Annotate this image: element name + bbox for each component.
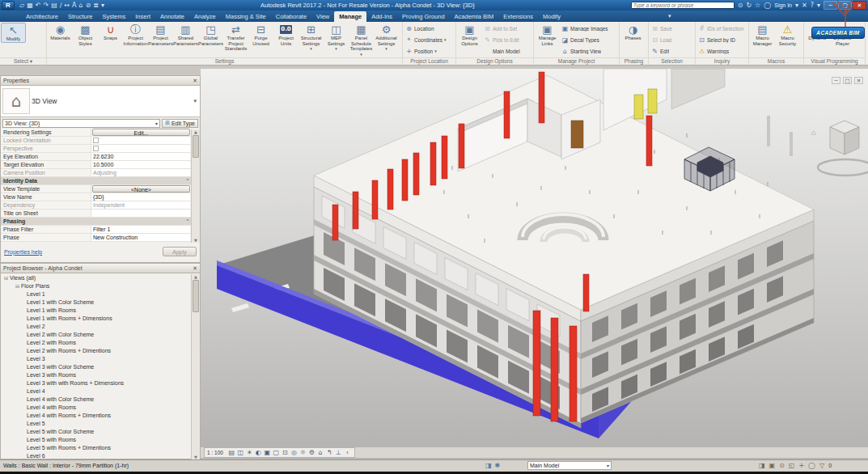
signin-dropdown-icon[interactable]: ▾ <box>795 2 798 9</box>
ribbon-tab[interactable]: Insert <box>130 11 155 22</box>
favorites-icon[interactable]: ☆ <box>755 2 760 9</box>
qat-icon[interactable]: ▱ <box>19 1 24 10</box>
ribbon-button[interactable]: ∪ Snaps ▾ <box>98 23 123 57</box>
browser-tree-item[interactable]: Level 2 with Color Scheme <box>1 331 200 339</box>
drawing-area[interactable]: ─▢✕ <box>201 69 868 459</box>
shadows-icon[interactable]: ◐ <box>254 449 263 456</box>
ribbon-button[interactable]: ⚠ Macro Security ▾ <box>775 23 800 46</box>
property-row[interactable]: View Name {3D} <box>1 193 200 201</box>
ribbon-button[interactable]: ⓘ Project Information ▾ <box>123 23 148 57</box>
ribbon-small-button[interactable]: ▣ Manage Images ▾ <box>560 23 610 34</box>
ribbon-tab[interactable]: Massing & Site <box>221 11 271 22</box>
property-row[interactable]: Phase Filter Filter 1 <box>1 226 200 234</box>
property-value[interactable]: New Construction <box>91 234 190 241</box>
ribbon-tab[interactable]: Structure <box>63 11 97 22</box>
ribbon-small-button[interactable]: ✎ Pick to Edit ▾ <box>482 34 522 45</box>
browser-tree-item[interactable]: Level 2 with Rooms + Dimentions <box>1 347 200 355</box>
ribbon-panel-label[interactable]: Macros <box>749 57 803 65</box>
ribbon-button[interactable]: ▤ Project Parameters ▾ <box>148 23 173 57</box>
property-row[interactable]: Eye Elevation 22.6230 <box>1 153 200 161</box>
ribbon-button[interactable]: ⊟ Purge Unused ▾ <box>248 23 273 57</box>
property-row[interactable]: Perspective <box>1 145 200 153</box>
ribbon-small-button[interactable]: ⌂ Starting View ▾ <box>560 45 610 57</box>
select-underlay-icon[interactable]: ◱ <box>789 462 795 469</box>
properties-header[interactable]: Properties ✕ <box>1 76 200 86</box>
qat-icon[interactable]: ⌂ <box>79 1 83 10</box>
ribbon-tab[interactable]: Collaborate <box>271 11 311 22</box>
browser-tree-item[interactable]: Level 5 <box>1 420 200 428</box>
qat-icon[interactable]: ↷ <box>43 1 49 10</box>
qat-icon[interactable]: ↶ <box>36 1 41 10</box>
ribbon-panel-label[interactable]: Settings <box>47 57 402 65</box>
hide-isolate-icon[interactable]: ◎ <box>290 449 299 456</box>
qat-icon[interactable]: ▦ <box>27 1 33 10</box>
scroll-thumb[interactable] <box>193 280 199 312</box>
property-row[interactable]: Title on Sheet <box>1 209 200 218</box>
ribbon-small-button[interactable]: + Position ▾ <box>404 45 448 57</box>
reset-icon[interactable]: ◯ <box>808 462 815 469</box>
ribbon-button[interactable]: ▥ Shared Parameters ▾ <box>173 23 198 57</box>
browser-tree-item[interactable]: Level 4 with Rooms <box>1 404 200 412</box>
scroll-up-icon[interactable]: ▲ <box>192 129 200 134</box>
property-value[interactable] <box>91 137 190 144</box>
browser-tree-item[interactable]: Level 1 with Rooms <box>1 307 200 315</box>
property-value[interactable]: 10.5000 <box>91 161 190 168</box>
reveal-constraints-icon[interactable]: ⊥ <box>334 449 343 456</box>
property-value[interactable] <box>91 209 190 217</box>
ribbon-small-button[interactable]: ⌖ Coordinates ▾ <box>404 34 448 45</box>
properties-help-link[interactable]: Properties help <box>4 249 42 255</box>
browser-tree-item[interactable]: Level 1 with Rooms + Dimensions <box>1 315 200 323</box>
ribbon-button[interactable]: ⚙ Additional Settings ▾ <box>374 23 399 57</box>
instance-selector[interactable]: 3D View: {3D} ▾ <box>2 119 160 128</box>
browser-tree-item[interactable]: Level 2 with Rooms <box>1 339 200 347</box>
ribbon-panel-label[interactable]: Visual Programming <box>804 57 865 65</box>
sign-in-button[interactable]: Sign In <box>774 2 792 8</box>
ribbon-tab[interactable]: Proving Ground <box>397 11 450 22</box>
user-icon[interactable]: ◯ <box>764 2 771 9</box>
view-close-icon[interactable]: ✕ <box>854 77 863 84</box>
detail-level-icon[interactable]: ▤ <box>227 449 236 456</box>
sun-path-icon[interactable]: ☀ <box>245 449 254 456</box>
ribbon-button[interactable]: ▣ Design Options ▾ <box>457 23 482 46</box>
ribbon-panel-label[interactable]: Select ▾ <box>0 57 46 65</box>
ribbon-small-button[interactable]: Main Model ▾ <box>482 45 522 57</box>
ribbon-tab[interactable]: Systems <box>97 11 130 22</box>
browser-tree-item[interactable]: Level 4 with Color Scheme <box>1 396 200 404</box>
ribbon-button[interactable]: ⇄ Transfer Project Standards ▾ <box>223 23 248 57</box>
collapse-icon[interactable]: ‹ <box>343 449 352 456</box>
ribbon-button[interactable]: ▣ Manage Links ▾ <box>535 23 560 46</box>
qat-icon[interactable]: ⊘ <box>86 1 91 10</box>
ribbon-tab[interactable]: Manage <box>334 11 366 22</box>
close-icon[interactable]: ✕ <box>193 78 197 84</box>
3d-model-view[interactable]: ⌂ <box>201 69 868 448</box>
property-row[interactable]: Camera Position Adjusting <box>1 169 200 177</box>
search-submit-icon[interactable]: ⊙ <box>738 2 743 9</box>
ribbon-panel-label[interactable]: Inquiry <box>696 57 748 65</box>
ribbon-small-button[interactable]: ⚠ Warnings ▾ <box>697 45 746 57</box>
displacement-sets-icon[interactable]: ↰ <box>325 449 334 456</box>
ribbon-button[interactable]: ◉ Materials ▾ <box>48 23 73 57</box>
browser-tree-item[interactable]: Level 5 with Color Scheme <box>1 428 200 436</box>
door-yellow[interactable] <box>648 89 657 113</box>
browser-tree-item[interactable]: Level 3 <box>1 355 200 363</box>
design-option-select[interactable]: Main Model ▾ <box>527 461 612 470</box>
property-row[interactable]: Locked Orientation <box>1 137 200 145</box>
property-value[interactable]: 22.6230 <box>91 153 190 160</box>
ribbon-tab[interactable]: Modify <box>538 11 565 22</box>
property-row[interactable]: Dependency Independent <box>1 201 200 209</box>
ribbon-small-button[interactable]: ⊕ Location ▾ <box>404 23 448 34</box>
ribbon-panel-label[interactable]: Phasing <box>620 57 648 65</box>
type-selector[interactable]: ⌂ 3D View ▾ <box>1 86 200 117</box>
view-restore-icon[interactable]: ▢ <box>843 77 852 84</box>
close-icon[interactable]: ✕ <box>193 265 197 272</box>
drag-on-selection-icon[interactable]: + <box>798 462 804 469</box>
filter-icon[interactable]: ▽ <box>819 462 824 469</box>
qat-icon[interactable]: ▤ <box>51 1 57 10</box>
ribbon-button[interactable]: ◫ MEP Settings ▾ <box>324 23 349 57</box>
ribbon-button[interactable]: ▩ Object Styles ▾ <box>73 23 98 57</box>
browser-tree-item[interactable]: Level 2 <box>1 323 200 331</box>
browser-tree-item[interactable]: Level 5 with Rooms <box>1 436 200 444</box>
ribbon-button[interactable]: ⊞ Structural Settings ▾ <box>299 23 324 57</box>
property-value[interactable]: Independent <box>91 201 190 209</box>
ribbon-small-button[interactable]: ✎ Edit ▾ <box>650 45 674 57</box>
